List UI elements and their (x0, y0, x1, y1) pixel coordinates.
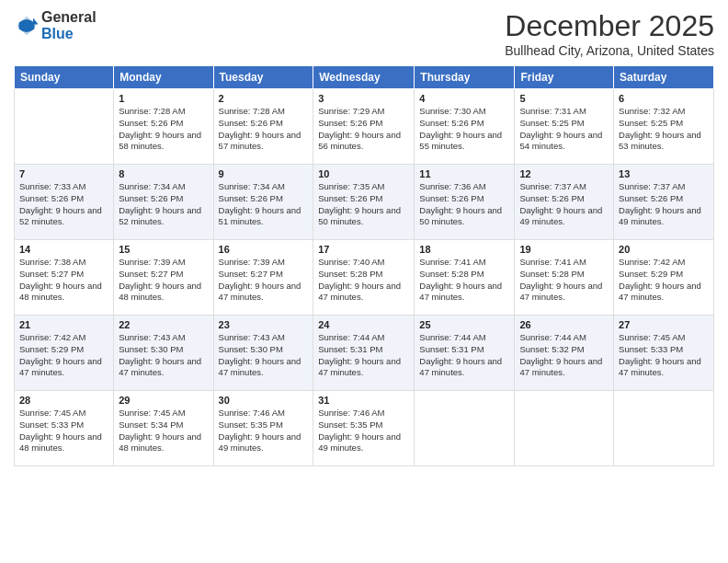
calendar-cell: 21Sunrise: 7:42 AMSunset: 5:29 PMDayligh… (15, 316, 114, 391)
day-info: Sunrise: 7:45 AMSunset: 5:33 PMDaylight:… (619, 332, 709, 379)
calendar-cell: 17Sunrise: 7:40 AMSunset: 5:28 PMDayligh… (313, 240, 415, 316)
day-number: 19 (519, 244, 609, 255)
title-block: December 2025 Bullhead City, Arizona, Un… (505, 9, 714, 58)
day-info: Sunrise: 7:28 AMSunset: 5:26 PMDaylight:… (219, 106, 309, 153)
day-info: Sunrise: 7:35 AMSunset: 5:26 PMDaylight:… (318, 181, 409, 228)
logo-general: General (41, 9, 97, 26)
header-monday: Monday (114, 66, 213, 89)
day-info: Sunrise: 7:46 AMSunset: 5:35 PMDaylight:… (219, 408, 309, 454)
header: General Blue December 2025 Bullhead City… (14, 9, 714, 58)
calendar-cell (515, 391, 614, 466)
day-number: 3 (318, 93, 409, 104)
calendar-cell: 25Sunrise: 7:44 AMSunset: 5:31 PMDayligh… (415, 316, 515, 391)
day-number: 13 (619, 168, 709, 179)
week-row-3: 21Sunrise: 7:42 AMSunset: 5:29 PMDayligh… (15, 316, 714, 391)
day-number: 21 (19, 319, 108, 330)
day-number: 24 (318, 319, 409, 330)
day-number: 12 (519, 168, 609, 179)
day-info: Sunrise: 7:44 AMSunset: 5:31 PMDaylight:… (318, 332, 409, 379)
logo-icon (14, 13, 40, 39)
calendar-cell: 29Sunrise: 7:45 AMSunset: 5:34 PMDayligh… (114, 391, 213, 466)
day-number: 4 (419, 93, 509, 104)
month-title: December 2025 (505, 9, 714, 43)
day-info: Sunrise: 7:46 AMSunset: 5:35 PMDaylight:… (318, 408, 409, 454)
day-number: 10 (318, 168, 409, 179)
days-header-row: SundayMondayTuesdayWednesdayThursdayFrid… (15, 66, 714, 89)
calendar-cell: 10Sunrise: 7:35 AMSunset: 5:26 PMDayligh… (313, 165, 415, 240)
day-info: Sunrise: 7:41 AMSunset: 5:28 PMDaylight:… (519, 257, 609, 304)
calendar-cell: 23Sunrise: 7:43 AMSunset: 5:30 PMDayligh… (213, 316, 313, 391)
calendar-cell: 9Sunrise: 7:34 AMSunset: 5:26 PMDaylight… (213, 165, 313, 240)
day-number: 2 (219, 93, 309, 104)
page: General Blue December 2025 Bullhead City… (0, 0, 728, 563)
calendar-cell: 7Sunrise: 7:33 AMSunset: 5:26 PMDaylight… (15, 165, 114, 240)
day-number: 8 (119, 168, 208, 179)
day-info: Sunrise: 7:42 AMSunset: 5:29 PMDaylight:… (19, 332, 108, 379)
calendar-cell (614, 391, 714, 466)
header-sunday: Sunday (15, 66, 114, 89)
day-number: 18 (419, 244, 509, 255)
header-saturday: Saturday (614, 66, 714, 89)
day-info: Sunrise: 7:38 AMSunset: 5:27 PMDaylight:… (19, 257, 108, 304)
calendar-cell: 3Sunrise: 7:29 AMSunset: 5:26 PMDaylight… (313, 89, 415, 165)
day-number: 23 (219, 319, 309, 330)
day-number: 20 (619, 244, 709, 255)
calendar-cell: 20Sunrise: 7:42 AMSunset: 5:29 PMDayligh… (614, 240, 714, 316)
header-friday: Friday (515, 66, 614, 89)
day-number: 11 (419, 168, 509, 179)
week-row-1: 7Sunrise: 7:33 AMSunset: 5:26 PMDaylight… (15, 165, 714, 240)
calendar-cell: 22Sunrise: 7:43 AMSunset: 5:30 PMDayligh… (114, 316, 213, 391)
day-info: Sunrise: 7:32 AMSunset: 5:25 PMDaylight:… (619, 106, 709, 153)
day-number: 17 (318, 244, 409, 255)
day-info: Sunrise: 7:44 AMSunset: 5:32 PMDaylight:… (519, 332, 609, 379)
day-info: Sunrise: 7:41 AMSunset: 5:28 PMDaylight:… (419, 257, 509, 304)
header-wednesday: Wednesday (313, 66, 415, 89)
day-info: Sunrise: 7:31 AMSunset: 5:25 PMDaylight:… (519, 106, 609, 153)
calendar-cell: 8Sunrise: 7:34 AMSunset: 5:26 PMDaylight… (114, 165, 213, 240)
header-tuesday: Tuesday (213, 66, 313, 89)
header-thursday: Thursday (415, 66, 515, 89)
calendar-cell: 5Sunrise: 7:31 AMSunset: 5:25 PMDaylight… (515, 89, 614, 165)
calendar-cell: 19Sunrise: 7:41 AMSunset: 5:28 PMDayligh… (515, 240, 614, 316)
calendar-cell: 26Sunrise: 7:44 AMSunset: 5:32 PMDayligh… (515, 316, 614, 391)
day-info: Sunrise: 7:34 AMSunset: 5:26 PMDaylight:… (219, 181, 309, 228)
calendar-cell: 30Sunrise: 7:46 AMSunset: 5:35 PMDayligh… (213, 391, 313, 466)
day-number: 5 (519, 93, 609, 104)
day-number: 7 (19, 168, 108, 179)
day-info: Sunrise: 7:39 AMSunset: 5:27 PMDaylight:… (219, 257, 309, 304)
day-info: Sunrise: 7:44 AMSunset: 5:31 PMDaylight:… (419, 332, 509, 379)
calendar-cell: 16Sunrise: 7:39 AMSunset: 5:27 PMDayligh… (213, 240, 313, 316)
calendar-cell: 14Sunrise: 7:38 AMSunset: 5:27 PMDayligh… (15, 240, 114, 316)
day-info: Sunrise: 7:34 AMSunset: 5:26 PMDaylight:… (119, 181, 208, 228)
day-info: Sunrise: 7:37 AMSunset: 5:26 PMDaylight:… (519, 181, 609, 228)
location-title: Bullhead City, Arizona, United States (505, 43, 714, 58)
calendar-cell: 4Sunrise: 7:30 AMSunset: 5:26 PMDaylight… (415, 89, 515, 165)
day-number: 29 (119, 395, 208, 406)
week-row-0: 1Sunrise: 7:28 AMSunset: 5:26 PMDaylight… (15, 89, 714, 165)
logo-blue: Blue (41, 26, 97, 42)
day-number: 1 (119, 93, 208, 104)
day-info: Sunrise: 7:33 AMSunset: 5:26 PMDaylight:… (19, 181, 108, 228)
day-info: Sunrise: 7:30 AMSunset: 5:26 PMDaylight:… (419, 106, 509, 153)
day-info: Sunrise: 7:45 AMSunset: 5:33 PMDaylight:… (19, 408, 108, 454)
day-number: 15 (119, 244, 208, 255)
calendar-cell: 27Sunrise: 7:45 AMSunset: 5:33 PMDayligh… (614, 316, 714, 391)
day-number: 28 (19, 395, 108, 406)
calendar-cell: 2Sunrise: 7:28 AMSunset: 5:26 PMDaylight… (213, 89, 313, 165)
calendar-cell: 28Sunrise: 7:45 AMSunset: 5:33 PMDayligh… (15, 391, 114, 466)
day-number: 30 (219, 395, 309, 406)
day-number: 14 (19, 244, 108, 255)
calendar-cell: 12Sunrise: 7:37 AMSunset: 5:26 PMDayligh… (515, 165, 614, 240)
calendar-cell: 18Sunrise: 7:41 AMSunset: 5:28 PMDayligh… (415, 240, 515, 316)
day-number: 27 (619, 319, 709, 330)
day-info: Sunrise: 7:43 AMSunset: 5:30 PMDaylight:… (219, 332, 309, 379)
day-number: 22 (119, 319, 208, 330)
day-number: 31 (318, 395, 409, 406)
day-info: Sunrise: 7:28 AMSunset: 5:26 PMDaylight:… (119, 106, 208, 153)
day-info: Sunrise: 7:45 AMSunset: 5:34 PMDaylight:… (119, 408, 208, 454)
logo-text: General Blue (41, 9, 97, 41)
day-number: 26 (519, 319, 609, 330)
day-number: 25 (419, 319, 509, 330)
calendar-cell: 24Sunrise: 7:44 AMSunset: 5:31 PMDayligh… (313, 316, 415, 391)
calendar-cell: 1Sunrise: 7:28 AMSunset: 5:26 PMDaylight… (114, 89, 213, 165)
